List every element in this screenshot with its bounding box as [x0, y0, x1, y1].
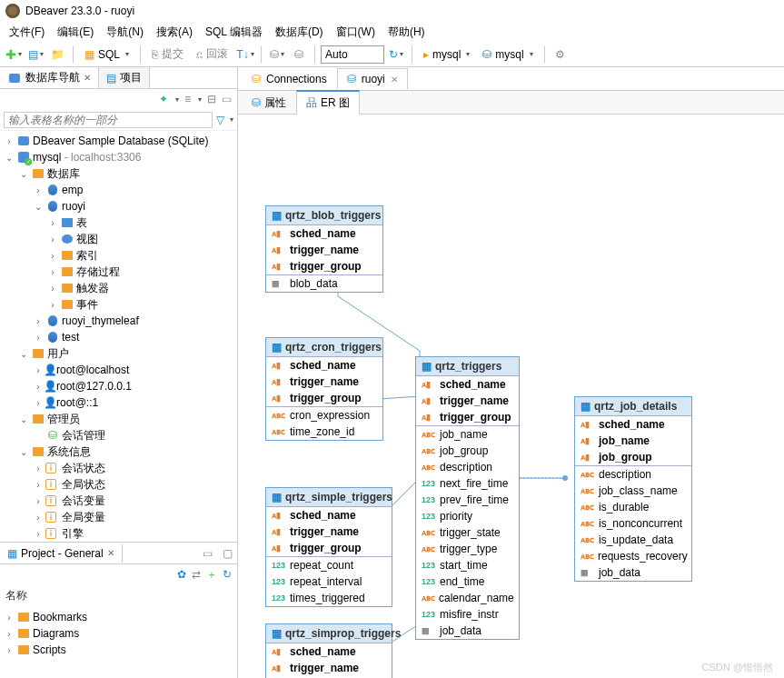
menu-file[interactable]: 文件(F)	[4, 23, 50, 42]
titlebar: DBeaver 23.3.0 - ruoyi	[0, 0, 784, 22]
refresh-icon[interactable]: ≡	[184, 93, 191, 105]
tab-project[interactable]: ▦Project - General ✕	[0, 544, 123, 563]
tree-session-mgr[interactable]: ⛁会话管理	[0, 427, 237, 444]
menu-search[interactable]: 搜索(A)	[151, 23, 198, 42]
tree-indexes[interactable]: ›索引	[0, 247, 237, 264]
connection-select-2[interactable]: ⛁mysql▾	[477, 45, 538, 65]
tree-users[interactable]: ⌄用户	[0, 345, 237, 362]
tree-user-1[interactable]: ›👤root@localhost	[0, 362, 237, 378]
config-icon[interactable]: ✿	[177, 568, 186, 581]
auto-input[interactable]	[321, 45, 384, 64]
tree-admin[interactable]: ⌄管理员	[0, 411, 237, 427]
editor-tabs: ⛁Connections ⛁ruoyi✕	[238, 67, 784, 91]
tree-s1[interactable]: ›i会话状态	[0, 460, 237, 476]
nav-pane-toolbar: ✦ ▾ ≡ ▾ ⊟ ▭	[0, 89, 237, 109]
minimize-icon[interactable]: ▭	[222, 93, 232, 105]
sql-button[interactable]: ▦SQL▾	[79, 45, 134, 65]
main-toolbar: ✚▾ ▤▾ 📁 ▦SQL▾ ⎘提交 ⎌回滚 T↓▾ ⛁▾ ⛁ ↻▾ ▸mysql…	[0, 42, 784, 67]
tree-s3[interactable]: ›i会话变量	[0, 493, 237, 509]
menu-help[interactable]: 帮助(H)	[382, 23, 431, 42]
close-icon[interactable]: ✕	[391, 75, 398, 85]
tree-s4[interactable]: ›i全局变量	[0, 509, 237, 525]
tx-button[interactable]: T↓▾	[235, 45, 255, 65]
entity-simprop-triggers[interactable]: ▦qrtz_simprop_triggersᴀ▮sched_nameᴀ▮trig…	[265, 623, 392, 678]
connect-icon[interactable]: ✦	[159, 93, 168, 105]
menu-edit[interactable]: 编辑(E)	[52, 23, 99, 42]
connection-select-1[interactable]: ▸mysql▾	[418, 45, 475, 65]
tree-s5[interactable]: ›i引擎	[0, 525, 237, 542]
tab-projects[interactable]: ▤项目	[99, 67, 150, 88]
tree-db-thymeleaf[interactable]: ›ruoyi_thymeleaf	[0, 313, 237, 329]
entity-job-details[interactable]: ▦qrtz_job_detailsᴀ▮sched_nameᴀ▮job_nameᴀ…	[574, 396, 692, 582]
menu-navigate[interactable]: 导航(N)	[101, 23, 149, 42]
new-connection-button[interactable]: ✚▾	[4, 45, 24, 65]
left-pane-tabs: 数据库导航 ✕ ▤项目	[0, 67, 237, 89]
svg-point-6	[562, 475, 568, 481]
tree-events[interactable]: ›事件	[0, 296, 237, 313]
menu-window[interactable]: 窗口(W)	[331, 23, 381, 42]
tree-db-test[interactable]: ›test	[0, 329, 237, 345]
db-select-button[interactable]: ⛁▾	[267, 45, 287, 65]
column-header: 名称	[0, 584, 237, 607]
project-scripts[interactable]: ›Scripts	[0, 642, 237, 658]
tree-sample-db[interactable]: ›DBeaver Sample Database (SQLite)	[0, 133, 237, 149]
tree-db-ruoyi[interactable]: ⌄ruoyi	[0, 198, 237, 214]
window-title: DBeaver 23.3.0 - ruoyi	[25, 5, 134, 17]
tree-views[interactable]: ›视图	[0, 231, 237, 247]
menu-database[interactable]: 数据库(D)	[270, 23, 329, 42]
settings-button[interactable]: ⚙	[551, 45, 571, 65]
tab-connections[interactable]: ⛁Connections	[242, 68, 337, 89]
new-sql-button[interactable]: ▤▾	[25, 45, 45, 65]
entity-triggers[interactable]: ▦qrtz_triggersᴀ▮sched_nameᴀ▮trigger_name…	[415, 356, 520, 640]
maximize-icon[interactable]: ▢	[217, 543, 237, 563]
menu-sqleditor[interactable]: SQL 编辑器	[200, 23, 268, 42]
subtab-er[interactable]: 品ER 图	[296, 90, 360, 115]
tree-db-emp[interactable]: ›emp	[0, 182, 237, 198]
tree-mysql[interactable]: ⌄✓mysql - localhost:3306	[0, 149, 237, 165]
watermark: CSDN @惜惜然	[702, 661, 773, 674]
entity-simple-triggers[interactable]: ▦qrtz_simple_triggersᴀ▮sched_nameᴀ▮trigg…	[265, 487, 392, 607]
close-icon[interactable]: ✕	[84, 73, 91, 83]
filter-icon[interactable]: ▽	[216, 114, 224, 126]
refresh-button[interactable]: ↻▾	[386, 45, 406, 65]
db-tree: ›DBeaver Sample Database (SQLite) ⌄✓mysq…	[0, 131, 237, 542]
refresh-icon[interactable]: ↻	[223, 568, 232, 581]
tab-db-navigator[interactable]: 数据库导航 ✕	[0, 67, 99, 88]
project-bookmarks[interactable]: ›Bookmarks	[0, 609, 237, 625]
tree-user-3[interactable]: ›👤root@::1	[0, 394, 237, 411]
rollback-button[interactable]: ⎌回滚	[191, 45, 233, 65]
close-icon[interactable]: ✕	[107, 548, 114, 558]
entity-blob-triggers[interactable]: ▦qrtz_blob_triggersᴀ▮sched_nameᴀ▮trigger…	[265, 205, 383, 293]
commit-button[interactable]: ⎘提交	[146, 45, 189, 65]
app-logo-icon	[5, 4, 20, 18]
minimize-icon[interactable]: ▭	[197, 543, 217, 563]
menubar: 文件(F) 编辑(E) 导航(N) 搜索(A) SQL 编辑器 数据库(D) 窗…	[0, 22, 784, 42]
tree-user-2[interactable]: ›👤root@127.0.0.1	[0, 378, 237, 394]
filter-input[interactable]	[4, 112, 213, 128]
tree-procs[interactable]: ›存储过程	[0, 264, 237, 280]
entity-cron-triggers[interactable]: ▦qrtz_cron_triggersᴀ▮sched_nameᴀ▮trigger…	[265, 337, 383, 441]
link-icon[interactable]: ⇄	[192, 568, 201, 581]
tree-s2[interactable]: ›i全局状态	[0, 476, 237, 493]
tree-triggers[interactable]: ›触发器	[0, 280, 237, 296]
tab-ruoyi[interactable]: ⛁ruoyi✕	[337, 68, 408, 89]
folder-button[interactable]: 📁	[47, 45, 67, 65]
subtab-properties[interactable]: ⛁属性	[242, 91, 296, 115]
tree-tables[interactable]: ›表	[0, 214, 237, 231]
db-settings-button[interactable]: ⛁	[289, 45, 309, 65]
tree-databases[interactable]: ⌄数据库	[0, 165, 237, 182]
sub-tabs: ⛁属性 品ER 图	[238, 91, 784, 115]
tree-sysinfo[interactable]: ⌄系统信息	[0, 444, 237, 460]
add-icon[interactable]: ＋	[206, 567, 217, 583]
er-canvas[interactable]: ▦qrtz_blob_triggersᴀ▮sched_nameᴀ▮trigger…	[238, 115, 784, 678]
project-diagrams[interactable]: ›Diagrams	[0, 625, 237, 642]
collapse-icon[interactable]: ⊟	[207, 93, 216, 105]
